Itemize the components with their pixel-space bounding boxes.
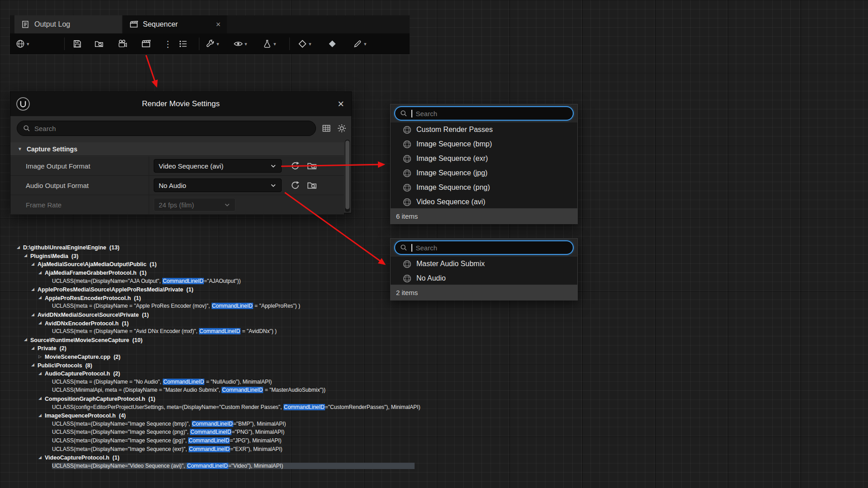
more-options-button[interactable]: ⋮ (164, 33, 172, 54)
tree-node[interactable]: ◢AvidDNxEncoderProtocol.h(1) (17, 319, 415, 327)
dropdown-option[interactable]: Custom Render Passes (391, 122, 577, 137)
chevron-down-icon (224, 202, 231, 208)
match-highlight: CommandLineID (163, 379, 204, 385)
tree-node[interactable]: ◢D:\github\UnrealEngine\Engine(13) (17, 243, 415, 252)
expanded-twisty-icon[interactable]: ◢ (38, 371, 45, 375)
dropdown-search-input[interactable]: Search (394, 106, 574, 121)
expanded-twisty-icon[interactable]: ◢ (38, 321, 45, 325)
tree-node[interactable]: ◢AvidDNxMedia\Source\Source\Private(1) (17, 310, 415, 319)
tree-node[interactable]: ◢Public\Protocols(8) (17, 361, 415, 369)
tab-label: Sequencer (143, 20, 178, 28)
use-selected-icon[interactable] (290, 160, 301, 171)
capture-settings-section-header[interactable]: ▼ Capture Settings (10, 142, 344, 156)
clapperboard-icon (141, 39, 151, 49)
tree-node[interactable]: ◢AjaMedia\Source\AjaMediaOutput\Public(1… (17, 260, 415, 268)
search-icon (23, 124, 31, 132)
curve-edit-button[interactable]: ▾ (353, 33, 367, 54)
auto-key-button[interactable] (327, 33, 337, 54)
tree-node[interactable]: ◢AudioCaptureProtocol.h(2) (17, 369, 415, 378)
expanded-twisty-icon[interactable]: ◢ (38, 296, 45, 300)
keyframe-options-button[interactable]: ▾ (297, 33, 311, 54)
save-icon (72, 39, 82, 49)
settings-search-input[interactable]: Search (17, 121, 316, 136)
expanded-twisty-icon[interactable]: ◢ (31, 287, 38, 291)
dropdown-option[interactable]: Image Sequence (png) (391, 180, 577, 195)
search-result-line[interactable]: UCLASS(meta=(DisplayName="Image Sequence… (17, 445, 415, 453)
settings-row-image-output-format: Image Output Format Video Sequence (avi) (10, 156, 344, 176)
tab-sequencer[interactable]: Sequencer × (123, 15, 227, 33)
outliner-button[interactable] (178, 33, 188, 54)
class-sphere-icon (402, 154, 412, 164)
expanded-twisty-icon[interactable]: ◢ (31, 346, 38, 350)
search-result-line[interactable]: UCLASS(MinimalApi, meta = (DisplayName =… (17, 386, 415, 394)
collapsed-twisty-icon[interactable]: ▷ (38, 355, 45, 359)
world-button[interactable]: ▾ (15, 33, 29, 54)
save-button[interactable] (72, 33, 82, 54)
cine-camera-button[interactable] (118, 33, 127, 54)
expanded-twisty-icon[interactable]: ◢ (38, 396, 45, 400)
search-result-line[interactable]: UCLASS(config=EditorPerProjectUserSettin… (17, 403, 415, 411)
view-options-button[interactable]: ▾ (233, 33, 247, 54)
tree-node[interactable]: ◢AjaMediaFrameGrabberProtocol.h(1) (17, 268, 415, 277)
use-selected-icon[interactable] (290, 180, 301, 191)
search-result-line[interactable]: UCLASS(meta = (DisplayName = "Avid DNx E… (17, 327, 415, 336)
browse-icon[interactable] (307, 160, 317, 171)
pen-icon (353, 39, 363, 49)
search-result-line[interactable]: UCLASS(meta = (DisplayName = "No Audio",… (17, 378, 415, 386)
settings-gear-icon[interactable] (337, 123, 347, 133)
expanded-twisty-icon[interactable]: ◢ (31, 363, 38, 367)
search-result-line[interactable]: UCLASS(meta=(DisplayName="AJA Output", C… (17, 277, 415, 285)
dropdown-options-list: Custom Render Passes Image Sequence (bmp… (391, 122, 577, 209)
dropdown-option[interactable]: Image Sequence (jpg) (391, 166, 577, 180)
expanded-twisty-icon[interactable]: ◢ (24, 253, 30, 258)
scrollbar-thumb[interactable] (345, 141, 349, 209)
dropdown-option[interactable]: No Audio (391, 271, 577, 286)
tools-button[interactable]: ▾ (205, 33, 219, 54)
tree-node[interactable]: ◢CompositionGraphCaptureProtocol.h(1) (17, 394, 415, 403)
browse-icon[interactable] (307, 180, 317, 191)
tree-node[interactable]: ◢Private(2) (17, 344, 415, 352)
test-options-button[interactable]: ▾ (262, 33, 276, 54)
tree-node[interactable]: ◢VideoCaptureProtocol.h(1) (17, 453, 415, 462)
dropdown-option[interactable]: Image Sequence (exr) (391, 151, 577, 166)
search-result-line[interactable]: UCLASS(meta = (DisplayName = "Apple ProR… (17, 302, 415, 310)
tree-node[interactable]: ◢Source\Runtime\MovieSceneCapture(10) (17, 336, 415, 344)
dialog-scrollbar[interactable] (345, 140, 350, 212)
dialog-titlebar[interactable]: Render Movie Settings × (10, 92, 351, 116)
search-result-line[interactable]: UCLASS(meta=(DisplayName="Image Sequence… (17, 419, 415, 428)
match-highlight: CommandLineID (212, 303, 253, 309)
wrench-icon (205, 39, 215, 49)
close-tab-icon[interactable]: × (216, 20, 221, 28)
search-results-tree: ◢D:\github\UnrealEngine\Engine(13)◢Plugi… (17, 243, 415, 470)
audio-output-format-dropdown[interactable]: No Audio (154, 178, 282, 192)
tree-node[interactable]: ◢AppleProResEncoderProtocol.h(1) (17, 294, 415, 302)
tab-output-log[interactable]: Output Log (14, 15, 122, 33)
search-result-line[interactable]: UCLASS(meta=(DisplayName="Image Sequence… (17, 428, 415, 436)
image-output-format-dropdown[interactable]: Video Sequence (avi) (154, 159, 282, 173)
tree-node[interactable]: ◢ImageSequenceProtocol.h(4) (17, 411, 415, 420)
expanded-twisty-icon[interactable]: ◢ (38, 455, 45, 460)
section-expand-icon: ▼ (18, 146, 22, 151)
dialog-close-button[interactable]: × (338, 99, 344, 109)
search-placeholder: Search (34, 125, 56, 132)
chevron-down-icon: ▾ (27, 41, 29, 47)
column-view-icon[interactable] (321, 123, 331, 133)
render-movie-button[interactable] (141, 33, 151, 54)
tree-node[interactable]: ▷MovieSceneCapture.cpp(2) (17, 352, 415, 361)
expanded-twisty-icon[interactable]: ◢ (24, 338, 30, 342)
search-result-line[interactable]: UCLASS(meta=(DisplayName="Image Sequence… (17, 436, 415, 445)
dropdown-search-input[interactable]: Search (394, 240, 574, 255)
dropdown-option[interactable]: Master Audio Submix (391, 257, 577, 271)
find-in-content-browser-button[interactable] (94, 33, 104, 54)
expanded-twisty-icon[interactable]: ◢ (31, 313, 38, 317)
expanded-twisty-icon[interactable]: ◢ (38, 271, 45, 275)
tree-node[interactable]: ◢AppleProResMedia\Source\AppleProResMedi… (17, 285, 415, 294)
dropdown-option[interactable]: Image Sequence (bmp) (391, 137, 577, 151)
expanded-twisty-icon[interactable]: ◢ (17, 245, 23, 249)
tree-node[interactable]: ◢Plugins\Media(3) (17, 252, 415, 260)
search-result-line[interactable]: UCLASS(meta=(DisplayName="Video Sequence… (17, 461, 415, 470)
search-icon (400, 109, 408, 117)
expanded-twisty-icon[interactable]: ◢ (38, 413, 45, 418)
expanded-twisty-icon[interactable]: ◢ (31, 262, 38, 266)
dropdown-option[interactable]: Video Sequence (avi) (391, 195, 577, 209)
